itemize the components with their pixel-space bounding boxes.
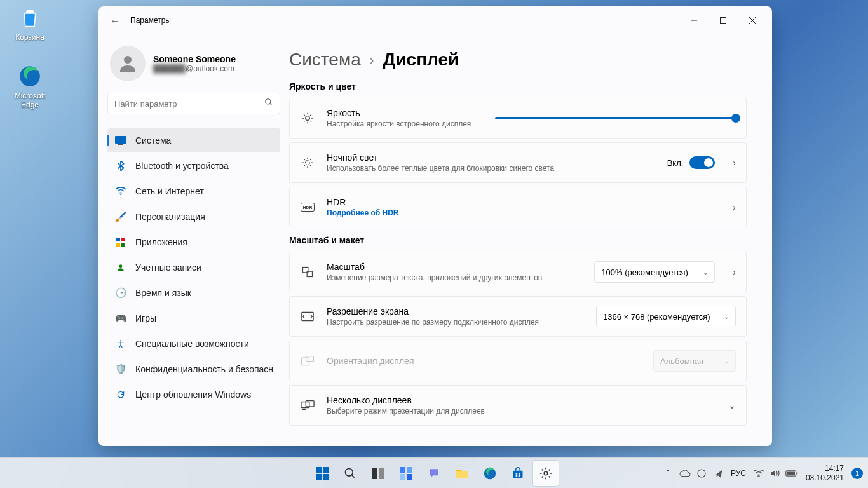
taskbar-chat[interactable]: [421, 461, 447, 486]
sidebar-item-accessibility[interactable]: Специальные возможности: [107, 332, 280, 356]
option-night-light[interactable]: Ночной свет Использовать более теплые цв…: [289, 142, 747, 183]
svg-point-15: [119, 264, 123, 268]
maximize-button[interactable]: [709, 10, 738, 30]
chevron-right-icon[interactable]: ›: [726, 158, 736, 168]
option-resolution: Разрешение экрана Настроить разрешение п…: [289, 296, 747, 337]
tray-telegram-icon[interactable]: [712, 467, 724, 480]
back-button[interactable]: ←: [110, 15, 125, 26]
option-brightness: Яркость Настройка яркости встроенного ди…: [289, 98, 747, 139]
sidebar-item-network[interactable]: Сеть и Интернет: [107, 179, 280, 203]
display-icon: [115, 136, 126, 145]
globe-icon: 🕒: [115, 287, 126, 299]
svg-rect-9: [118, 144, 123, 145]
hdr-link[interactable]: Подробнее об HDR: [327, 208, 399, 217]
page-title: Дисплей: [383, 50, 459, 70]
svg-rect-47: [516, 475, 518, 477]
gamepad-icon: 🎮: [115, 313, 126, 324]
breadcrumb-parent[interactable]: Система: [289, 50, 361, 70]
svg-rect-31: [323, 467, 329, 473]
person-icon: [115, 263, 126, 272]
tray-notifications-badge[interactable]: 1: [851, 468, 863, 479]
sidebar-item-accounts[interactable]: Учетные записи: [107, 255, 280, 280]
sidebar-item-privacy[interactable]: 🛡️ Конфиденциальность и безопасность: [107, 357, 280, 381]
tray-battery-icon[interactable]: [785, 467, 798, 480]
svg-rect-30: [316, 467, 322, 473]
orientation-dropdown: Альбомная ⌄: [653, 350, 736, 372]
svg-text:HDR: HDR: [302, 205, 312, 210]
sidebar-item-apps[interactable]: Приложения: [107, 230, 280, 254]
taskbar-widgets[interactable]: [393, 461, 419, 486]
svg-rect-44: [513, 470, 523, 478]
brightness-slider[interactable]: [495, 117, 736, 119]
option-hdr[interactable]: HDR HDR Подробнее об HDR ›: [289, 187, 747, 227]
sidebar-item-label: Учетные записи: [135, 262, 201, 273]
chevron-down-icon: ⌄: [724, 313, 729, 320]
sidebar-item-bluetooth[interactable]: Bluetooth и устройства: [107, 154, 280, 178]
night-light-icon: [300, 156, 315, 169]
chevron-down-icon[interactable]: ⌄: [722, 400, 736, 410]
start-button[interactable]: [309, 461, 335, 486]
svg-line-35: [352, 475, 355, 477]
bluetooth-icon: [115, 161, 126, 171]
svg-point-6: [266, 99, 271, 104]
sidebar-item-label: Система: [135, 135, 171, 146]
option-title: Масштаб: [327, 262, 542, 272]
recycle-bin-icon: [17, 5, 43, 30]
desktop-icon-label: Microsoft Edge: [6, 92, 53, 109]
tray-wifi-icon[interactable]: [752, 467, 765, 480]
tray-clock[interactable]: 14:17 03.10.2021: [802, 464, 848, 482]
scale-dropdown[interactable]: 100% (рекомендуется) ⌄: [594, 261, 715, 283]
search-input[interactable]: [114, 99, 264, 109]
night-light-toggle[interactable]: [689, 156, 715, 169]
svg-rect-48: [519, 475, 520, 477]
svg-rect-53: [796, 472, 797, 474]
option-subtitle: Настроить разрешение по размеру подключе…: [327, 318, 539, 327]
desktop-icon-edge[interactable]: Microsoft Edge: [6, 64, 53, 109]
tray-onedrive-icon[interactable]: [679, 467, 691, 480]
svg-rect-23: [302, 312, 313, 320]
desktop: Корзина Microsoft Edge ← Параметры: [0, 0, 868, 488]
tray-language[interactable]: РУС: [728, 467, 749, 480]
sidebar-item-time-language[interactable]: 🕒 Время и язык: [107, 281, 280, 305]
option-multiple-displays[interactable]: Несколько дисплеев Выберите режим презен…: [289, 385, 747, 426]
taskbar: ˄ РУС 14:17 03.10.2021 1: [0, 458, 868, 488]
svg-point-34: [346, 468, 353, 476]
taskbar-explorer[interactable]: [449, 461, 475, 486]
svg-rect-37: [379, 468, 384, 479]
svg-point-50: [698, 470, 705, 477]
sidebar-item-system[interactable]: Система: [107, 128, 280, 152]
svg-point-18: [306, 161, 310, 165]
option-title: HDR: [327, 197, 399, 207]
sidebar-item-personalization[interactable]: 🖌️ Персонализация: [107, 205, 280, 229]
taskbar-taskview[interactable]: [365, 461, 391, 486]
shield-icon: 🛡️: [115, 363, 126, 375]
desktop-icon-recycle-bin[interactable]: Корзина: [6, 5, 53, 42]
user-account-block[interactable]: Someone Someone ██████@outlook.com: [107, 41, 280, 93]
chevron-right-icon[interactable]: ›: [726, 267, 736, 277]
tray-chevron-up-icon[interactable]: ˄: [662, 467, 675, 480]
titlebar: ← Параметры: [98, 6, 772, 34]
taskbar-edge[interactable]: [477, 461, 503, 486]
minimize-button[interactable]: [679, 10, 709, 30]
search-box[interactable]: [107, 93, 280, 114]
sidebar-item-label: Игры: [135, 313, 156, 323]
sidebar-item-gaming[interactable]: 🎮 Игры: [107, 306, 280, 330]
taskbar-settings[interactable]: [533, 461, 559, 486]
taskbar-search[interactable]: [337, 461, 363, 486]
option-title: Несколько дисплеев: [327, 395, 485, 405]
chevron-right-icon[interactable]: ›: [726, 202, 736, 212]
sidebar: Someone Someone ██████@outlook.com Систе…: [98, 34, 289, 446]
sidebar-item-windows-update[interactable]: Центр обновления Windows: [107, 383, 280, 407]
sidebar-item-label: Сеть и Интернет: [135, 186, 204, 196]
taskbar-store[interactable]: [505, 461, 531, 486]
svg-rect-38: [400, 467, 405, 473]
scale-icon: [300, 266, 315, 278]
resolution-dropdown[interactable]: 868 × 488 (рекомендуется) ⌄: [596, 306, 736, 327]
close-button[interactable]: [738, 10, 767, 30]
svg-rect-36: [372, 468, 377, 479]
tray-volume-icon[interactable]: [769, 467, 782, 480]
sidebar-item-label: Персонализация: [135, 212, 205, 222]
svg-rect-12: [121, 238, 125, 241]
tray-meet-icon[interactable]: [695, 467, 708, 480]
option-scale[interactable]: Масштаб Изменение размера текста, прилож…: [289, 252, 747, 292]
